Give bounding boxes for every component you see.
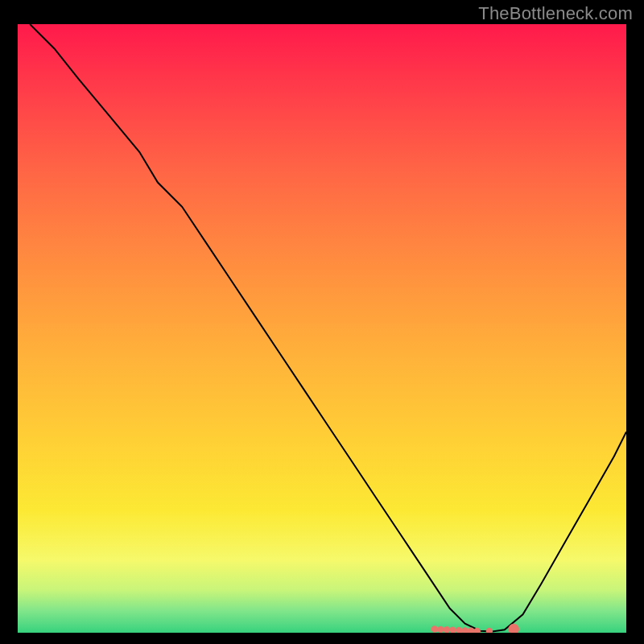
watermark-text: TheBottleneck.com [478,3,633,24]
chart-container [18,24,626,633]
marker-dot [431,625,438,632]
marker-dot [444,626,450,633]
bottleneck-chart [18,24,626,633]
marker-dot [437,626,444,633]
